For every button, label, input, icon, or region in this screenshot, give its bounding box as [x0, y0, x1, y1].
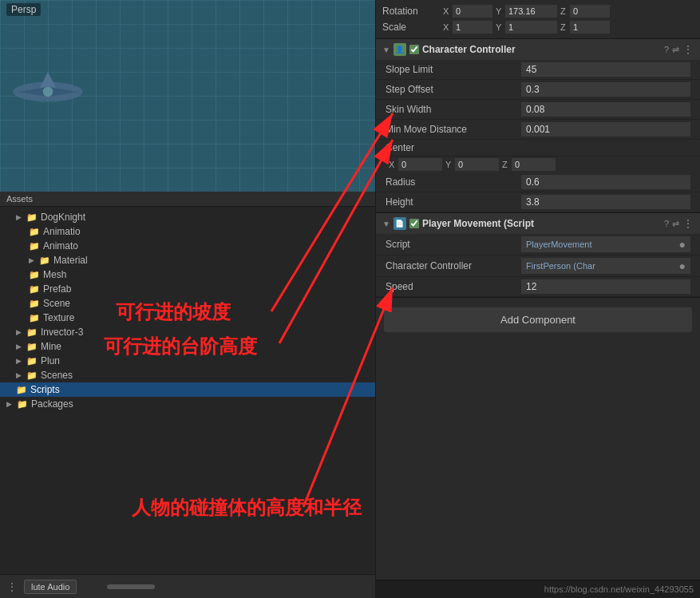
folder-dogknight[interactable]: ▶ 📁 DogKnight	[0, 210, 375, 224]
slope-limit-input[interactable]	[521, 62, 690, 77]
component-menu-icon[interactable]: ⋮	[682, 43, 694, 56]
folder-icon-texture: 📁	[29, 313, 40, 323]
player-movement-checkbox[interactable]	[409, 219, 419, 228]
skin-width-input[interactable]	[521, 102, 690, 117]
folder-icon-prefab: 📁	[29, 284, 40, 295]
svg-point-4	[43, 87, 53, 97]
character-controller-section: ▼ 👤 Character Controller ? ⇌ ⋮ Slope Lim…	[376, 39, 700, 213]
player-movement-section: ▼ 📄 Player Movement (Script ? ⇌ ⋮ Script…	[376, 213, 700, 298]
folder-texture[interactable]: 📁 Texture	[0, 311, 375, 325]
slope-limit-label: Slope Limit	[386, 64, 521, 75]
radius-input[interactable]	[521, 175, 690, 189]
radius-label: Radius	[386, 176, 521, 188]
controller-ref-dot[interactable]: ●	[679, 259, 686, 272]
center-y-input[interactable]	[455, 158, 499, 171]
folder-icon-material: 📁	[39, 255, 50, 266]
slope-limit-row: Slope Limit	[376, 60, 700, 80]
folder-label-animation: Animatio	[43, 226, 81, 237]
add-component-button[interactable]: Add Component	[384, 307, 692, 332]
arrow-packages: ▶	[6, 400, 12, 408]
center-xyz-row: X Y Z	[376, 156, 700, 172]
folder-mine[interactable]: ▶ 📁 Mine	[0, 339, 375, 354]
folder-mesh[interactable]: 📁 Mesh	[0, 267, 375, 282]
folder-icon-mesh: 📁	[29, 270, 40, 280]
folder-prefab[interactable]: 📁 Prefab	[0, 282, 375, 296]
assets-panel: Assets ▶ 📁 DogKnight 📁 Animatio 📁 Animat…	[0, 192, 375, 574]
character-controller-checkbox[interactable]	[409, 45, 419, 54]
folder-packages[interactable]: ▶ 📁 Packages	[0, 397, 375, 411]
folder-icon-animator: 📁	[29, 241, 40, 251]
scale-z-input[interactable]	[570, 21, 610, 34]
folder-icon-scripts: 📁	[16, 385, 27, 395]
component-help-icon[interactable]: ?	[664, 45, 669, 54]
scale-x-label: X	[443, 22, 451, 32]
scale-x-input[interactable]	[453, 21, 492, 34]
center-z-input[interactable]	[512, 158, 556, 171]
scene-label: Persp	[6, 3, 41, 16]
folder-plun[interactable]: ▶ 📁 Plun	[0, 354, 375, 368]
rotation-z-input[interactable]	[570, 5, 610, 18]
height-row: Height	[376, 192, 700, 212]
rotation-z-field: Z	[560, 5, 610, 18]
folder-scene[interactable]: 📁 Scene	[0, 296, 375, 311]
folder-label-mine: Mine	[41, 341, 61, 352]
scrollbar-thumb[interactable]	[107, 584, 155, 589]
folder-animator[interactable]: 📁 Animato	[0, 239, 375, 253]
height-input[interactable]	[521, 195, 690, 209]
arrow-dogknight: ▶	[16, 213, 22, 221]
center-y-field: Y	[445, 158, 499, 171]
scene-view[interactable]: Persp	[0, 0, 375, 192]
pm-settings-icon[interactable]: ⇌	[672, 219, 679, 229]
component-collapse-arrow[interactable]: ▼	[382, 46, 390, 54]
min-move-row: Min Move Distance	[376, 120, 700, 140]
speed-input[interactable]	[521, 279, 690, 294]
speed-row: Speed	[376, 277, 700, 297]
folder-tree: ▶ 📁 DogKnight 📁 Animatio 📁 Animato ▶ 📁 M…	[0, 207, 375, 414]
folder-icon-packages: 📁	[17, 399, 28, 410]
min-move-input[interactable]	[521, 122, 690, 137]
left-panel: Persp Assets ▶ 📁 DogKnight 📁	[0, 0, 375, 598]
rotation-y-input[interactable]	[505, 5, 557, 18]
script-label: Script	[386, 239, 521, 250]
rotation-label: Rotation	[382, 6, 438, 17]
folder-material[interactable]: ▶ 📁 Material	[0, 253, 375, 267]
folder-scenes[interactable]: ▶ 📁 Scenes	[0, 368, 375, 382]
folder-label-material: Material	[53, 255, 88, 266]
mute-audio-button[interactable]: lute Audio	[24, 580, 77, 594]
center-header-row: Center	[376, 140, 700, 156]
player-movement-header: ▼ 📄 Player Movement (Script ? ⇌ ⋮	[376, 213, 700, 234]
bottom-bar: ⋮ lute Audio	[0, 574, 375, 598]
pm-menu-icon[interactable]: ⋮	[682, 217, 694, 230]
controller-ref-field: FirstPerson (Char ●	[521, 258, 690, 274]
pm-help-icon[interactable]: ?	[664, 219, 669, 228]
step-offset-input[interactable]	[521, 82, 690, 97]
speed-label: Speed	[386, 281, 521, 292]
folder-icon-invector3: 📁	[26, 327, 38, 338]
aircraft-svg	[8, 64, 88, 120]
controller-row: Character Controller FirstPerson (Char ●	[376, 255, 700, 277]
inspector-panel: Rotation X Y Z	[375, 0, 700, 598]
component-settings-icon[interactable]: ⇌	[672, 45, 679, 55]
folder-invector3[interactable]: ▶ 📁 Invector-3	[0, 325, 375, 339]
three-dots-icon[interactable]: ⋮	[6, 580, 18, 593]
pm-collapse-arrow[interactable]: ▼	[382, 220, 390, 228]
rotation-xyz-group: X Y Z	[443, 5, 694, 18]
folder-label-texture: Texture	[43, 312, 74, 323]
rotation-x-input[interactable]	[453, 5, 492, 18]
step-offset-row: Step Offset	[376, 80, 700, 100]
folder-label-animator: Animato	[43, 240, 78, 251]
character-controller-title: Character Controller	[422, 44, 661, 55]
script-value: PlayerMovement	[526, 240, 592, 249]
assets-header: Assets	[0, 192, 375, 207]
script-ref-dot[interactable]: ●	[679, 238, 686, 251]
transform-section: Rotation X Y Z	[376, 0, 700, 39]
folder-animation[interactable]: 📁 Animatio	[0, 224, 375, 239]
mute-audio-label: lute Audio	[31, 582, 69, 592]
folder-scripts[interactable]: 📁 Scripts	[0, 382, 375, 397]
center-x-input[interactable]	[398, 158, 442, 171]
center-z-label: Z	[502, 160, 510, 169]
folder-label-prefab: Prefab	[43, 283, 71, 295]
folder-icon-mine: 📁	[26, 342, 38, 352]
scale-z-field: Z	[560, 21, 610, 34]
scale-y-input[interactable]	[505, 21, 557, 34]
